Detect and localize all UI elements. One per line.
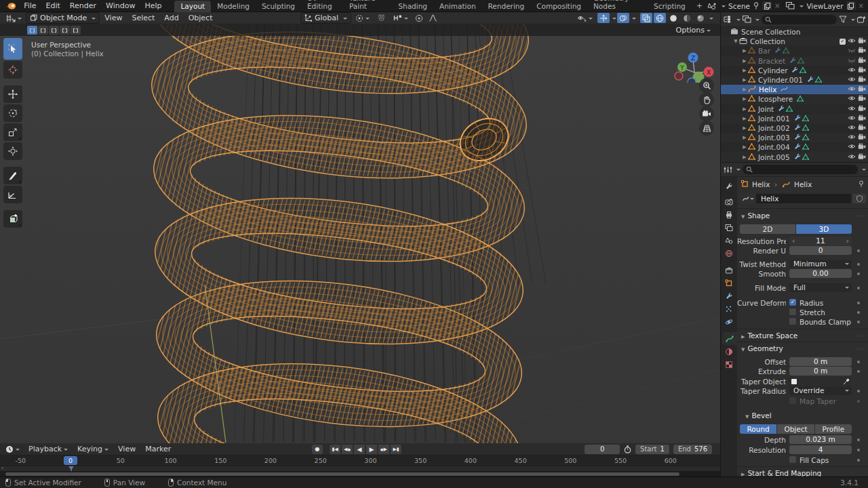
show-gizmo-toggle[interactable] [597,13,610,23]
properties-editor-icon[interactable] [724,166,732,174]
shape-panel-header[interactable]: ▼Shape:::: [737,211,868,221]
outliner-row-joint-001[interactable]: ▶Joint.001 [721,114,868,123]
hide-toggle[interactable] [848,37,856,45]
exclude-checkbox[interactable]: ✓ [840,39,846,45]
toggle-ortho-button[interactable] [699,121,714,136]
new-viewlayer-button[interactable] [846,1,856,10]
hide-toggle[interactable] [848,143,856,151]
taper-object-field[interactable] [789,377,852,386]
disclosure-caret[interactable]: ▶ [741,96,748,102]
workspace-tab-scripting[interactable]: Scripting [648,1,692,12]
fake-user-button[interactable] [852,194,866,203]
eyedropper-icon[interactable] [843,378,850,385]
hide-toggle[interactable] [848,57,856,65]
start-frame-field[interactable]: Start1 [635,445,669,454]
tool-rotate[interactable] [3,104,22,122]
current-frame-indicator[interactable]: 0 [64,456,77,465]
menu-render[interactable]: Render [65,1,101,10]
delete-scene-button[interactable]: × [774,2,780,9]
workspace-tab-animation[interactable]: Animation [433,1,482,12]
properties-options-caret[interactable] [862,169,866,173]
hide-toggle[interactable] [848,153,856,161]
workspace-tab-uv-editing[interactable]: UV Editing [301,0,343,12]
render-u-field[interactable]: 0 [789,246,852,255]
prev-keyframe-button[interactable]: ◀● [342,445,353,454]
render-visibility-toggle[interactable] [858,124,866,132]
bevel-round-button[interactable]: Round [740,424,776,434]
disclosure-caret[interactable]: ▶ [741,48,748,54]
timeline-menu-view[interactable]: View [113,445,140,453]
properties-tab-object-data[interactable] [722,332,737,345]
properties-search[interactable] [743,165,858,174]
timeline-ruler[interactable]: -50050100150200250300350400450500550600 [0,455,720,466]
pin-icon[interactable] [753,2,760,9]
hide-toggle[interactable] [848,124,856,132]
disclosure-caret[interactable]: ▶ [741,155,748,160]
properties-tab-physics[interactable] [721,315,737,328]
workspace-tab-compositing[interactable]: Compositing [530,1,587,12]
outliner-row-scene collection[interactable]: Scene Collection [721,27,868,37]
workspace-tab-shading[interactable]: Shading [392,1,433,12]
workspace-tab-texture-paint[interactable]: Texture Paint [343,0,392,12]
properties-tab-render[interactable] [721,195,737,208]
properties-tab-tool[interactable] [721,180,737,192]
timeline-track[interactable]: › [0,466,720,471]
shading-solid-button[interactable] [667,13,679,23]
remove-viewlayer-button[interactable]: × [859,2,864,9]
axis-neg-x-ball[interactable] [675,72,683,80]
object-type-visibility-dropdown[interactable] [574,14,596,22]
outliner-editor-icon[interactable] [724,16,732,23]
render-visibility-toggle[interactable] [858,85,866,94]
select-mode-extend[interactable] [38,26,48,35]
depth-field[interactable]: 0.023 m [789,435,852,444]
workspace-tab-modeling[interactable]: Modeling [211,1,256,12]
tool-scale[interactable] [3,123,22,141]
scene-browse-caret[interactable] [722,5,726,9]
tool-measure[interactable] [3,186,22,203]
outliner-row-cylinder-001[interactable]: ▶Cylinder.001 [721,75,868,85]
disclosure-caret[interactable]: ▶ [741,87,748,92]
render-visibility-toggle[interactable] [858,153,866,161]
properties-tab-modifiers[interactable] [721,289,737,302]
disclosure-caret[interactable]: ▶ [741,125,748,131]
outliner-editor-caret[interactable] [736,19,741,23]
add-workspace-button[interactable]: + [692,0,707,12]
properties-tab-output[interactable] [721,208,737,221]
offset-field[interactable]: 0 m [789,357,852,366]
viewlayer-name[interactable]: ViewLayer [806,2,843,10]
geometry-panel-header[interactable]: ▼Geometry:::: [737,344,868,354]
bounds-clamp-checkbox[interactable] [789,318,796,325]
properties-tab-particles[interactable] [721,302,737,315]
render-visibility-toggle[interactable] [858,47,866,55]
menu-window[interactable]: Window [101,1,140,10]
proportional-editing-toggle[interactable] [413,13,425,23]
bevel-profile-button[interactable]: Profile [815,424,852,434]
render-visibility-toggle[interactable] [858,134,866,142]
toggle-xray[interactable] [640,13,652,23]
shading-dropdown-caret[interactable] [709,18,713,22]
properties-tab-scene[interactable] [721,234,737,247]
outliner-row-bracket[interactable]: ▶Bracket [721,56,868,66]
timeline-scrollbar[interactable] [0,471,720,476]
radius-checkbox[interactable]: ✓ [789,299,796,306]
breadcrumb-object[interactable]: Helix [752,180,770,188]
properties-tab-collection[interactable] [721,264,737,277]
3d-viewport[interactable]: User Perspective (0) Collection | Helix … [0,24,720,443]
bevel-panel-header[interactable]: ▼Bevel [737,411,868,421]
outliner-row-joint-002[interactable]: ▶Joint.002 [721,123,868,133]
scrollbar-thumb[interactable] [5,472,679,476]
id-type-dropdown[interactable] [740,194,756,203]
bevel-resolution-field[interactable]: 4 [789,445,852,454]
workspace-tab-sculpting[interactable]: Sculpting [256,1,301,12]
menu-help[interactable]: Help [140,1,166,10]
auto-keying-button[interactable]: ● [312,445,323,454]
snap-toggle[interactable] [374,14,389,23]
pan-button[interactable] [699,92,714,107]
zoom-button[interactable] [699,78,714,93]
snap-settings-dropdown[interactable] [390,14,412,22]
transform-orientation-dropdown[interactable]: Global [300,12,351,24]
render-visibility-toggle[interactable] [858,37,866,45]
outliner-row-bar[interactable]: ▶Bar [721,46,868,56]
outliner-row-icosphere[interactable]: ▶Icosphere [721,94,868,104]
texture-space-panel-header[interactable]: ▶Texture Space:::: [737,331,868,341]
